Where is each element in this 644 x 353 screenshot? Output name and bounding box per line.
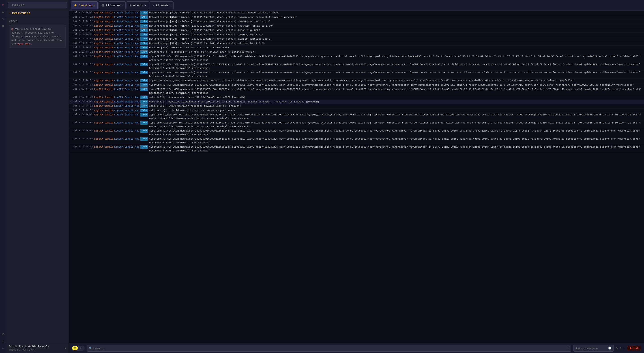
- quick-start-title: Quick Start Guide Example: [9, 345, 49, 348]
- all-apps-button[interactable]: ⊞ All Apps ▾: [126, 1, 149, 9]
- search-input[interactable]: [94, 347, 565, 350]
- row-expand-icon[interactable]: [70, 109, 73, 109]
- everything-button[interactable]: ⚡ Everything ▾: [71, 1, 98, 9]
- table-row[interactable]: Jul 8 17:44:02LogDNA SampleLogDNA Sample…: [69, 37, 644, 41]
- log-timestamp: Jul 8 17:44:02: [73, 145, 93, 149]
- row-expand-icon[interactable]: [70, 71, 73, 71]
- table-row[interactable]: Jul 8 17:44:02LogDNA SampleLogDNA Sample…: [69, 108, 644, 113]
- search-info-icon[interactable]: ⓘ: [566, 346, 569, 350]
- table-row[interactable]: Jul 8 17:44:02LogDNA SampleLogDNA Sample…: [69, 11, 644, 15]
- table-row[interactable]: Jul 8 17:44:02LogDNA SampleLogDNA Sample…: [69, 24, 644, 28]
- views-section: VIEWS ⊟ Views are a great way to bookmar…: [6, 17, 69, 183]
- row-expand-icon[interactable]: [70, 50, 73, 50]
- table-row[interactable]: Jul 8 17:44:02LogDNA SampleLogDNA Sample…: [69, 54, 644, 62]
- log-source: LogDNA Sample: [94, 129, 113, 133]
- everything-section: ⚡ EVERYTHING: [6, 10, 69, 17]
- find-view-input[interactable]: [8, 2, 67, 8]
- apps-caret-icon: ▾: [145, 4, 146, 6]
- row-expand-icon[interactable]: [70, 11, 73, 11]
- table-row[interactable]: Jul 8 17:44:02LogDNA SampleLogDNA Sample…: [69, 83, 644, 87]
- bottom-icons: ⚙ ≡ ↑: [616, 346, 625, 350]
- log-source: LogDNA Sample: [94, 63, 113, 66]
- eye-icon[interactable]: 👁: [0, 332, 6, 337]
- settings-icon[interactable]: ⚙: [616, 346, 618, 350]
- log-app: LogDNA Sample App: [114, 100, 139, 104]
- table-row[interactable]: Jul 8 17:44:02LogDNA SampleLogDNA Sample…: [69, 113, 644, 121]
- table-row[interactable]: ▶Jul 8 17:44:02LogDNA SampleLogDNA Sampl…: [69, 100, 644, 104]
- table-row[interactable]: Jul 8 17:44:02LogDNA SampleLogDNA Sample…: [69, 41, 644, 46]
- row-expand-icon[interactable]: [70, 33, 73, 33]
- table-row[interactable]: Jul 8 17:44:02LogDNA SampleLogDNA Sample…: [69, 145, 644, 153]
- log-level-badge: info: [140, 28, 148, 32]
- table-row[interactable]: Jul 8 17:44:02LogDNA SampleLogDNA Sample…: [69, 62, 644, 70]
- table-row[interactable]: Jul 8 17:44:02LogDNA SampleLogDNA Sample…: [69, 137, 644, 145]
- table-row[interactable]: Jul 8 17:44:02LogDNA SampleLogDNA Sample…: [69, 46, 644, 50]
- row-expand-icon[interactable]: [70, 104, 73, 104]
- row-expand-icon[interactable]: [70, 37, 73, 37]
- row-expand-icon[interactable]: [70, 15, 73, 16]
- log-message: type=CRYPTO_SESSION msg=audit(1539953066…: [149, 113, 642, 120]
- table-row[interactable]: Jul 8 17:44:02LogDNA SampleLogDNA Sample…: [69, 50, 644, 54]
- table-row[interactable]: Jul 8 17:44:02LogDNA SampleLogDNA Sample…: [69, 104, 644, 108]
- table-row[interactable]: Jul 8 17:44:02LogDNA SampleLogDNA Sample…: [69, 33, 644, 37]
- table-row[interactable]: Jul 8 17:44:02LogDNA SampleLogDNA Sample…: [69, 19, 644, 24]
- theme-toggle[interactable]: ☀ ☾: [72, 346, 85, 351]
- live-badge[interactable]: LIVE: [627, 346, 641, 351]
- log-level-badge: INFO: [140, 50, 148, 54]
- log-source: LogDNA Sample: [94, 20, 113, 23]
- table-row[interactable]: Jul 8 17:44:02LogDNA SampleLogDNA Sample…: [69, 121, 644, 129]
- live-dot: [630, 348, 632, 349]
- row-expand-icon[interactable]: [70, 54, 73, 55]
- layout-icon[interactable]: ⊞: [0, 9, 6, 14]
- jump-to-timeframe-input[interactable]: [576, 347, 607, 350]
- activity-icon[interactable]: ∿: [0, 16, 6, 21]
- row-expand-icon[interactable]: [70, 83, 73, 83]
- log-message: type=USER_ERR msg=audit(1539953067.161:1…: [149, 79, 642, 82]
- row-expand-icon[interactable]: [70, 129, 73, 129]
- levels-icon: ≡: [153, 4, 154, 7]
- gear-icon[interactable]: ⚙: [0, 23, 6, 29]
- row-expand-icon[interactable]: [70, 24, 73, 24]
- all-sources-button[interactable]: 🗄 All Sources ▾: [98, 1, 126, 9]
- log-message: type=CRYPTO_SESSION msg=audit(1539953066…: [149, 121, 642, 128]
- row-expand-icon[interactable]: [70, 87, 73, 88]
- lightning-icon[interactable]: ⚡: [0, 2, 6, 7]
- table-row[interactable]: Jul 8 17:44:02LogDNA SampleLogDNA Sample…: [69, 28, 644, 33]
- table-row[interactable]: Jul 8 17:44:02LogDNA SampleLogDNA Sample…: [69, 129, 644, 137]
- table-row[interactable]: Jul 8 17:44:02LogDNA SampleLogDNA Sample…: [69, 15, 644, 20]
- collapse-icon[interactable]: ←: [0, 346, 6, 351]
- row-expand-icon[interactable]: [70, 20, 73, 20]
- row-expand-icon[interactable]: [70, 145, 73, 145]
- row-expand-icon[interactable]: [70, 79, 73, 79]
- format-icon[interactable]: ≡: [619, 347, 621, 350]
- calendar-icon[interactable]: 🕐: [608, 347, 612, 350]
- export-icon[interactable]: ↑: [623, 347, 625, 350]
- row-expand-icon[interactable]: [70, 137, 73, 137]
- log-source: LogDNA Sample: [94, 104, 113, 108]
- quick-start-header[interactable]: Quick Start Guide Example TRIAL (14 days…: [9, 345, 66, 351]
- row-expand-icon[interactable]: [70, 95, 73, 96]
- log-app: LogDNA Sample App: [114, 63, 139, 66]
- row-expand-icon[interactable]: [70, 63, 73, 63]
- dark-theme-btn[interactable]: ☾: [78, 346, 84, 350]
- table-row[interactable]: Jul 8 17:44:02LogDNA SampleLogDNA Sample…: [69, 87, 644, 95]
- log-app: LogDNA Sample App: [114, 104, 139, 108]
- table-row[interactable]: Jul 8 17:44:02LogDNA SampleLogDNA Sample…: [69, 70, 644, 78]
- log-timestamp: Jul 8 17:44:02: [73, 87, 93, 91]
- log-source: LogDNA Sample: [94, 11, 113, 15]
- row-expand-icon[interactable]: ▶: [70, 100, 73, 104]
- log-level-badge: INFO: [140, 137, 148, 141]
- log-source: LogDNA Sample: [94, 46, 113, 50]
- log-level-badge: INFO: [140, 145, 148, 149]
- all-levels-button[interactable]: ≡ All Levels ▾: [150, 1, 174, 9]
- row-expand-icon[interactable]: [70, 121, 73, 121]
- table-row[interactable]: Jul 8 17:44:02LogDNA SampleLogDNA Sample…: [69, 95, 644, 100]
- quick-start-section: Quick Start Guide Example TRIAL (14 days…: [6, 343, 69, 353]
- log-timestamp: Jul 8 17:44:02: [73, 37, 93, 41]
- row-expand-icon[interactable]: [70, 113, 73, 113]
- view-menu-link[interactable]: view menu.: [17, 42, 32, 45]
- alert-circle-icon[interactable]: ⊛: [0, 339, 6, 344]
- table-row[interactable]: Jul 8 17:44:02LogDNA SampleLogDNA Sample…: [69, 78, 644, 83]
- row-expand-icon[interactable]: [70, 28, 73, 29]
- light-theme-btn[interactable]: ☀: [72, 346, 78, 350]
